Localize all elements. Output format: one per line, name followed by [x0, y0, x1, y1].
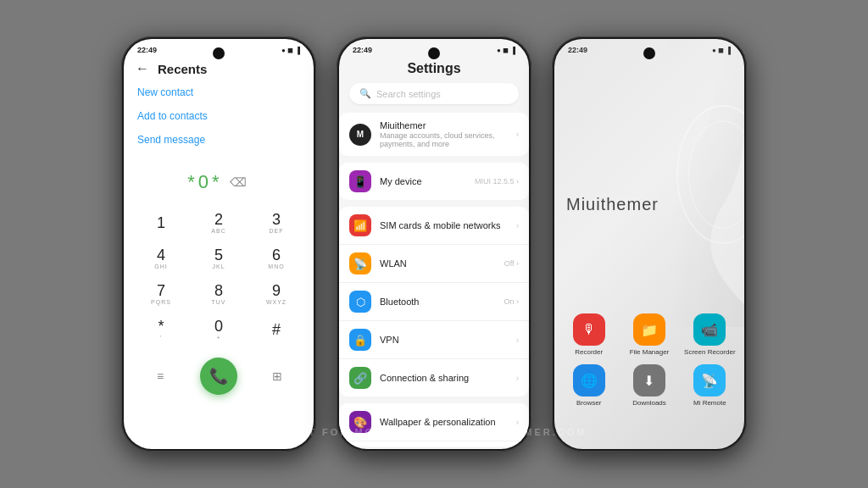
dial-key-6[interactable]: 6 MNO	[248, 241, 305, 276]
filemanager-icon: 📁	[633, 313, 665, 346]
phone-settings: 22:49 ● ◼ ▐ Settings 🔍 Search settings M…	[337, 36, 531, 452]
miuithemer-content: Miuithemer Manage accounts, cloud servic…	[380, 120, 508, 148]
vpn-icon: 🔒	[349, 329, 371, 351]
dialpad: 1 2 ABC 3 DEF 4 GHI 5 JKL 6 MNO	[124, 205, 314, 347]
settings-item-wallpaper[interactable]: 🎨 Wallpaper & personalization ›	[339, 403, 529, 441]
time-2: 22:49	[353, 46, 372, 54]
dialpad-toggle[interactable]: ⊞	[264, 363, 290, 389]
menu-button[interactable]: ≡	[147, 363, 173, 389]
settings-section-account: M Miuithemer Manage accounts, cloud serv…	[339, 113, 529, 156]
time-3: 22:49	[568, 46, 587, 54]
new-contact-link[interactable]: New contact	[137, 86, 300, 98]
settings-item-mydevice[interactable]: 📱 My device MIUI 12.5.5 ›	[339, 163, 529, 200]
filemanager-label: File Manager	[630, 348, 670, 356]
settings-item-sim[interactable]: 📶 SIM cards & mobile networks ›	[339, 207, 529, 245]
connection-chevron: ›	[516, 374, 519, 383]
abstract-wave	[600, 39, 744, 327]
dialpad-actions: ≡ 📞 ⊞	[124, 351, 314, 402]
chevron-icon: ›	[516, 130, 519, 139]
downloads-icon: ⬇	[633, 364, 665, 396]
miuithemer-avatar: M	[349, 124, 371, 146]
sim-chevron: ›	[516, 221, 519, 230]
mydevice-content: My device	[380, 176, 466, 186]
punch-hole-3	[643, 47, 655, 59]
connection-title: Connection & sharing	[380, 373, 508, 383]
dial-key-hash[interactable]: #	[248, 312, 305, 347]
phone-recents: 22:49 ● ◼ ▐ ← Recents New contact Add to…	[121, 36, 316, 452]
search-icon: 🔍	[359, 88, 371, 99]
recorder-icon: 🎙	[573, 313, 605, 346]
connection-icon: 🔗	[349, 367, 371, 389]
app-recorder[interactable]: 🎙 Recorder	[563, 313, 615, 356]
delete-button[interactable]: ⌫	[230, 175, 250, 189]
vpn-title: VPN	[380, 335, 508, 345]
screenrecorder-icon: 📹	[693, 313, 726, 346]
dial-key-0[interactable]: 0 +	[190, 312, 248, 347]
recents-header: ← Recents	[124, 58, 314, 83]
wlan-title: WLAN	[380, 258, 496, 269]
settings-section-device: 📱 My device MIUI 12.5.5 ›	[339, 163, 529, 200]
dial-key-1[interactable]: 1	[132, 205, 190, 241]
wlan-right: Off ›	[504, 259, 519, 268]
dial-key-9[interactable]: 9 WXYZ	[248, 276, 305, 312]
status-icons-1: ● ◼ ▐	[281, 47, 300, 54]
dial-key-3[interactable]: 3 DEF	[248, 205, 305, 241]
miuithemer-title: Miuithemer	[380, 120, 508, 130]
time-1: 22:49	[137, 46, 157, 54]
browser-label: Browser	[576, 399, 601, 407]
mydevice-right: MIUI 12.5.5 ›	[475, 177, 519, 186]
bluetooth-icon: ⬡	[349, 291, 371, 313]
bluetooth-title: Bluetooth	[380, 297, 495, 307]
dial-key-star[interactable]: * '	[132, 312, 190, 347]
app-grid: 🎙 Recorder 📁 File Manager 📹 Screen Recor…	[563, 313, 736, 407]
dial-key-4[interactable]: 4 GHI	[132, 241, 190, 276]
recents-title: Recents	[158, 62, 207, 76]
app-filemanager[interactable]: 📁 File Manager	[623, 313, 675, 356]
settings-list: M Miuithemer Manage accounts, cloud serv…	[339, 113, 529, 446]
punch-hole	[213, 47, 225, 59]
mydevice-icon: 📱	[349, 170, 371, 192]
bluetooth-right: On ›	[504, 297, 519, 306]
dial-key-5[interactable]: 5 JKL	[190, 241, 248, 276]
miremote-icon: 📡	[693, 364, 726, 396]
wlan-icon: 📡	[349, 252, 371, 274]
settings-item-wlan[interactable]: 📡 WLAN Off ›	[339, 245, 529, 283]
settings-item-connection[interactable]: 🔗 Connection & sharing ›	[339, 359, 529, 396]
settings-title: Settings	[339, 58, 529, 83]
app-miremote[interactable]: 📡 Mi Remote	[684, 364, 736, 407]
settings-item-aod[interactable]: 🔒 Always-on display & Lock screen ›	[339, 441, 529, 446]
miremote-label: Mi Remote	[693, 399, 726, 407]
app-screenrecorder[interactable]: 📹 Screen Recorder	[684, 313, 736, 356]
brand-label: Miuithemer	[566, 195, 659, 214]
add-contact-link[interactable]: Add to contacts	[137, 110, 300, 122]
phone-launcher: 22:49 ● ◼ ▐ Miuithemer 🎙 Recorder 📁 File…	[552, 36, 747, 452]
settings-item-vpn[interactable]: 🔒 VPN ›	[339, 321, 529, 359]
status-icons-2: ● ◼ ▐	[497, 47, 515, 54]
call-button[interactable]: 📞	[200, 358, 237, 395]
recents-links: New contact Add to contacts Send message	[124, 86, 314, 146]
app-browser[interactable]: 🌐 Browser	[563, 364, 615, 407]
dial-display: *0* ⌫	[124, 171, 314, 193]
miuithemer-sub: Manage accounts, cloud services, payment…	[380, 131, 508, 148]
settings-item-miuithemer[interactable]: M Miuithemer Manage accounts, cloud serv…	[339, 113, 529, 156]
settings-section-display: 🎨 Wallpaper & personalization › 🔒 Always…	[339, 403, 529, 446]
settings-search[interactable]: 🔍 Search settings	[349, 83, 519, 104]
dial-key-7[interactable]: 7 PQRS	[132, 276, 190, 312]
miuithemer-right: ›	[516, 130, 519, 139]
wallpaper-icon: 🎨	[349, 411, 371, 433]
punch-hole-2	[428, 47, 440, 59]
sim-title: SIM cards & mobile networks	[380, 220, 508, 230]
wallpaper-chevron: ›	[516, 418, 519, 427]
settings-item-bluetooth[interactable]: ⬡ Bluetooth On ›	[339, 283, 529, 321]
status-icons-3: ● ◼ ▐	[712, 47, 731, 54]
sim-icon: 📶	[349, 214, 371, 236]
screenrecorder-label: Screen Recorder	[684, 348, 735, 356]
recorder-label: Recorder	[575, 348, 603, 356]
dial-key-8[interactable]: 8 TUV	[190, 276, 248, 312]
send-message-link[interactable]: Send message	[137, 134, 300, 146]
downloads-label: Downloads	[632, 399, 666, 407]
app-downloads[interactable]: ⬇ Downloads	[623, 364, 675, 407]
wallpaper-title: Wallpaper & personalization	[380, 417, 508, 427]
dial-key-2[interactable]: 2 ABC	[190, 205, 248, 241]
back-button[interactable]: ←	[136, 61, 149, 76]
